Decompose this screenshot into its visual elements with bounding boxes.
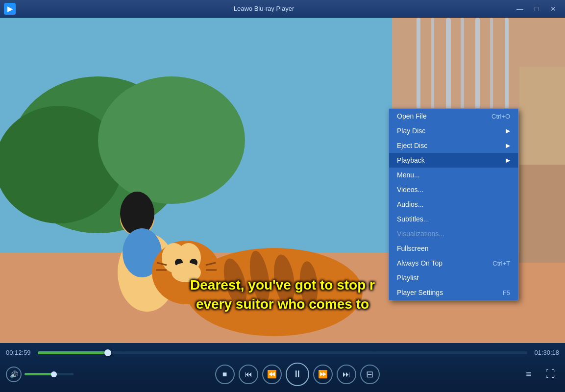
menu-arrow-eject-disc: ▶ — [506, 142, 510, 149]
menu-item-playback[interactable]: Playback▶ — [389, 153, 518, 168]
close-button[interactable]: ✕ — [545, 3, 561, 15]
menu-item-eject-disc[interactable]: Eject Disc▶ — [389, 138, 518, 153]
menu-item-videos[interactable]: Videos... — [389, 182, 518, 197]
context-menu: Open FileCtrl+OPlay Disc▶Eject Disc▶Play… — [389, 108, 518, 300]
minimize-button[interactable]: — — [512, 3, 528, 15]
menu-label-playback: Playback — [397, 156, 502, 164]
forward-button[interactable]: ⏩ — [313, 365, 333, 384]
playlist-button[interactable]: ≡ — [520, 366, 538, 383]
window-title: Leawo Blu-ray Player — [16, 5, 512, 12]
svg-point-16 — [120, 192, 154, 236]
maximize-button[interactable]: □ — [529, 3, 544, 15]
menu-shortcut-open-file: Ctrl+O — [491, 113, 510, 120]
time-current: 00:12:59 — [6, 349, 33, 356]
window-controls: — □ ✕ — [512, 3, 561, 15]
menu-label-visualizations: Visualizations... — [397, 230, 510, 238]
rewind-button[interactable]: ⏪ — [262, 365, 282, 384]
progress-row: 00:12:59 01:30:18 — [6, 349, 559, 356]
menu-item-open-file[interactable]: Open FileCtrl+O — [389, 109, 518, 123]
app-logo: ▶ — [4, 3, 16, 15]
menu-arrow-playback: ▶ — [506, 157, 510, 164]
menu-label-subtitles: Subtitles... — [397, 215, 510, 223]
menu-item-play-disc[interactable]: Play Disc▶ — [389, 123, 518, 138]
progress-track[interactable] — [38, 351, 527, 354]
menu-item-fullscreen[interactable]: Fullscreen — [389, 241, 518, 256]
svg-rect-34 — [519, 67, 565, 165]
progress-fill — [38, 351, 108, 354]
menu-label-audios: Audios... — [397, 200, 510, 208]
progress-thumb[interactable] — [104, 349, 111, 356]
stop-button[interactable]: ■ — [215, 365, 235, 384]
buttons-row: 🔊 ■ ⏮ ⏪ ⏸ ⏩ ⏭ ⊟ ≡ ⛶ — [6, 363, 559, 386]
center-controls: ■ ⏮ ⏪ ⏸ ⏩ ⏭ ⊟ — [84, 363, 510, 386]
volume-section: 🔊 — [6, 367, 84, 382]
menu-item-menu[interactable]: Menu... — [389, 168, 518, 182]
menu-label-playlist: Playlist — [397, 274, 510, 282]
volume-track[interactable] — [25, 373, 74, 375]
menu-shortcut-always-on-top: Ctrl+T — [492, 260, 510, 267]
right-controls: ≡ ⛶ — [510, 366, 559, 383]
menu-item-audios[interactable]: Audios... — [389, 197, 518, 212]
controls-bar: 00:12:59 01:30:18 🔊 ■ ⏮ ⏪ ⏸ ⏩ ⏭ ⊟ — [0, 343, 565, 392]
pause-button[interactable]: ⏸ — [286, 363, 309, 386]
time-total: 01:30:18 — [532, 349, 559, 356]
menu-item-subtitles[interactable]: Subtitles... — [389, 212, 518, 226]
menu-label-player-settings: Player Settings — [397, 289, 495, 296]
menu-shortcut-player-settings: F5 — [503, 289, 510, 296]
menu-label-menu: Menu... — [397, 171, 510, 179]
svg-point-3 — [98, 76, 245, 204]
subtitle-button[interactable]: ⊟ — [360, 365, 380, 384]
menu-label-videos: Videos... — [397, 186, 510, 194]
titlebar-left: ▶ — [4, 3, 16, 15]
menu-arrow-play-disc: ▶ — [506, 127, 510, 134]
prev-button[interactable]: ⏮ — [239, 365, 258, 384]
next-button[interactable]: ⏭ — [337, 365, 356, 384]
menu-item-playlist[interactable]: Playlist — [389, 270, 518, 285]
volume-thumb[interactable] — [51, 371, 57, 377]
video-area: Dearest, you've got to stop r every suit… — [0, 18, 565, 343]
menu-label-open-file: Open File — [397, 112, 484, 120]
volume-fill — [25, 373, 54, 375]
menu-label-fullscreen: Fullscreen — [397, 245, 510, 252]
menu-item-visualizations: Visualizations... — [389, 226, 518, 241]
fullscreen-button[interactable]: ⛶ — [541, 366, 559, 383]
menu-item-player-settings[interactable]: Player SettingsF5 — [389, 285, 518, 300]
menu-label-play-disc: Play Disc — [397, 127, 502, 135]
volume-button[interactable]: 🔊 — [6, 367, 22, 382]
titlebar: ▶ Leawo Blu-ray Player — □ ✕ — [0, 0, 565, 18]
menu-item-always-on-top[interactable]: Always On TopCtrl+T — [389, 256, 518, 270]
menu-label-eject-disc: Eject Disc — [397, 142, 502, 149]
menu-label-always-on-top: Always On Top — [397, 259, 485, 267]
